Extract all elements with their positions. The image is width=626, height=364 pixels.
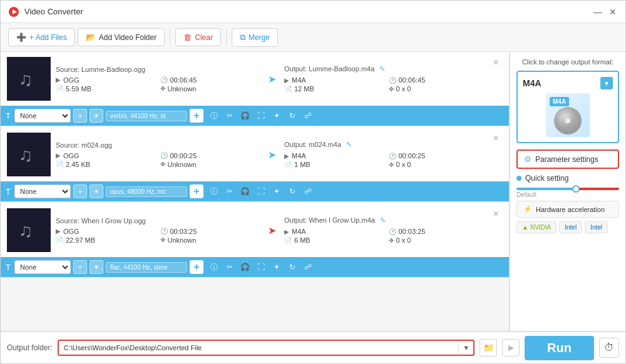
format-dropdown-button[interactable]: ▼	[600, 77, 613, 89]
add-files-button[interactable]: ➕ + Add Files	[8, 28, 75, 46]
info-btn-3[interactable]: ⓘ	[207, 260, 221, 274]
subtitle-btn-1[interactable]: ☍	[301, 109, 315, 123]
clock-icon-out-3: 🕐	[389, 228, 396, 235]
headphones-btn-1[interactable]: 🎧	[239, 109, 252, 123]
run-button[interactable]: Run	[525, 336, 594, 360]
subtitle-btn-3[interactable]: ☍	[301, 260, 315, 274]
file-thumbnail-1: ♫	[7, 57, 51, 101]
audio-plus-btn-3[interactable]: +	[190, 260, 203, 274]
file-thumbnail-2: ♫	[7, 133, 51, 176]
headphones-btn-3[interactable]: 🎧	[239, 260, 252, 274]
quality-slider[interactable]	[516, 188, 619, 190]
source-resolution-2: ✥ Unknown	[160, 161, 260, 168]
clear-icon: 🗑	[183, 33, 192, 42]
folder-browse-button[interactable]: 📁	[480, 339, 497, 356]
cut-btn-3[interactable]: ✂	[223, 260, 237, 274]
clear-button[interactable]: 🗑 Clear	[175, 28, 221, 46]
svg-text:♫: ♫	[19, 144, 33, 165]
format-icon-out-3: ▶	[284, 228, 289, 235]
file-output-details-1: Output: Lumme-Badloop.m4a ✎ ▶ M4A 🕐 00:0…	[284, 57, 488, 101]
edit-output-3[interactable]: ✎	[380, 216, 386, 224]
none-select-1[interactable]: None	[14, 109, 71, 123]
music-note-icon-1: ♫	[16, 66, 41, 93]
file-icon-3: 📄	[56, 236, 63, 243]
control-bar-1: T None + ☀ vorbis, 44100 Hz, st + ⓘ ✂ 🎧 …	[1, 106, 509, 126]
output-resolution-1: ✥ 0 x 0	[389, 85, 488, 93]
clock-icon-out: 🕐	[389, 77, 396, 84]
file-output-details-3: Output: When I Grow Up.m4a ✎ ▶ M4A 🕐 00:…	[284, 208, 488, 252]
info-btn-2[interactable]: ⓘ	[207, 185, 221, 198]
source-format-3: ▶ OGG	[56, 228, 155, 235]
file-source-details-1: Source: Lumme-Badloop.ogg ▶ OGG 🕐 00:06:…	[56, 57, 259, 101]
clock-icon-out-2: 🕐	[389, 153, 396, 159]
file-close-btn-3[interactable]: ✕	[493, 208, 503, 252]
watermark-btn-3[interactable]: ☀	[90, 260, 103, 274]
watermark-btn-2[interactable]: ☀	[90, 185, 103, 198]
info-btn-1[interactable]: ⓘ	[207, 109, 221, 123]
watermark-btn-1[interactable]: ☀	[90, 109, 103, 123]
none-select-2[interactable]: None	[14, 185, 71, 198]
rotate-btn-2[interactable]: ↻	[285, 185, 299, 198]
crop-btn-3[interactable]: ⛶	[254, 260, 268, 274]
crop-btn-1[interactable]: ⛶	[254, 109, 268, 123]
subtitle-add-btn-3[interactable]: +	[73, 260, 87, 274]
output-format-1: ▶ M4A	[284, 76, 384, 84]
output-folder-dropdown-button[interactable]: ▼	[458, 341, 473, 354]
hw-accel-button[interactable]: ⚡ Hardware acceleration	[516, 201, 619, 218]
file-meta-grid-output-1: ▶ M4A 🕐 00:06:45 📄 12 MB	[284, 76, 488, 93]
cut-btn-2[interactable]: ✂	[223, 185, 237, 198]
subtitle-btn-2[interactable]: ☍	[301, 185, 315, 198]
audio-plus-btn-1[interactable]: +	[190, 109, 203, 123]
subtitle-add-btn-2[interactable]: +	[73, 185, 87, 198]
title-text: Video Converter	[24, 7, 593, 16]
quick-setting-row: Quick setting	[516, 174, 619, 183]
source-size-1: 📄 5.59 MB	[56, 85, 155, 93]
file-meta-grid-source-1: ▶ OGG 🕐 00:06:45 📄 5.59 MB	[56, 76, 259, 93]
output-format-3: ▶ M4A	[284, 228, 384, 235]
minimize-button[interactable]: —	[593, 7, 603, 17]
file-close-btn-2[interactable]: ✕	[493, 133, 503, 176]
timer-button[interactable]: ⏱	[599, 338, 619, 358]
file-meta-grid-output-2: ▶ M4A 🕐 00:00:25 📄 1 MB	[284, 152, 488, 168]
rotate-btn-3[interactable]: ↻	[285, 260, 299, 274]
effect-btn-3[interactable]: ✦	[270, 260, 284, 274]
source-resolution-3: ✥ Unknown	[160, 236, 260, 244]
slider-default-label: Default	[516, 191, 619, 198]
format-hint: Click to change output format:	[516, 58, 619, 66]
close-button[interactable]: ✕	[608, 7, 618, 17]
headphones-btn-2[interactable]: 🎧	[239, 185, 252, 198]
file-icon-2: 📄	[56, 161, 63, 168]
title-bar: Video Converter — ✕	[1, 1, 625, 23]
clock-icon-2: 🕐	[160, 152, 168, 159]
format-icon-image: M4A	[546, 93, 590, 137]
audio-plus-btn-2[interactable]: +	[190, 185, 203, 198]
crop-btn-2[interactable]: ⛶	[254, 185, 268, 198]
subtitle-add-btn-1[interactable]: +	[73, 109, 87, 123]
edit-output-2[interactable]: ✎	[346, 141, 352, 148]
param-settings-label: Parameter settings	[535, 155, 598, 164]
clock-icon-3: 🕐	[160, 228, 168, 235]
open-folder-button[interactable]: ▶	[502, 339, 520, 356]
file-output-details-2: Output: m024.m4a ✎ ▶ M4A 🕐 00:00:25	[284, 133, 488, 176]
merge-button[interactable]: ⧉ Merge	[232, 28, 278, 47]
rotate-btn-1[interactable]: ↻	[285, 109, 299, 123]
main-content: ♫ Source: Lumme-Badloop.ogg ▶ OGG	[1, 52, 625, 331]
res-icon-out-2: ✥	[389, 161, 394, 168]
edit-output-1[interactable]: ✎	[379, 65, 385, 73]
folder-icon: 📂	[86, 33, 96, 42]
cut-btn-1[interactable]: ✂	[223, 109, 237, 123]
source-format-2: ▶ OGG	[56, 152, 155, 159]
add-folder-button[interactable]: 📂 Add Video Folder	[78, 28, 165, 46]
file-close-btn-1[interactable]: ✕	[493, 57, 503, 101]
param-settings-button[interactable]: ⚙ Parameter settings	[516, 149, 619, 169]
format-icon-3: ▶	[56, 228, 61, 235]
format-selector[interactable]: M4A ▼ M4A	[516, 71, 619, 143]
music-note-icon-2: ♫	[16, 141, 41, 168]
effect-btn-2[interactable]: ✦	[270, 185, 284, 198]
action-btns-3: ⓘ ✂ 🎧 ⛶ ✦ ↻ ☍	[207, 260, 315, 274]
slider-thumb[interactable]	[572, 185, 580, 193]
none-select-3[interactable]: None	[14, 260, 71, 274]
effect-btn-1[interactable]: ✦	[270, 109, 284, 123]
file-arrow-2: ➤	[264, 133, 279, 176]
output-folder-input[interactable]	[59, 341, 459, 355]
